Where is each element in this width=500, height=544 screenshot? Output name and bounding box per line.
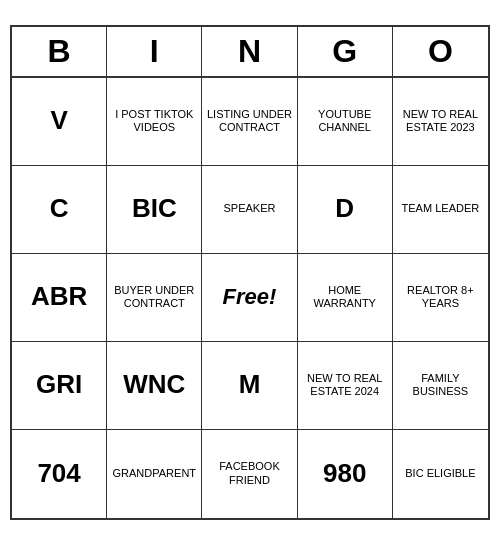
bingo-cell: BIC ELIGIBLE [393, 430, 488, 518]
bingo-cell: 704 [12, 430, 107, 518]
bingo-cell: V [12, 78, 107, 166]
bingo-cell: BIC [107, 166, 202, 254]
header-letter: N [202, 27, 297, 76]
bingo-cell: SPEAKER [202, 166, 297, 254]
bingo-cell: REALTOR 8+ YEARS [393, 254, 488, 342]
bingo-cell: NEW TO REAL ESTATE 2024 [298, 342, 393, 430]
bingo-cell: I POST TIKTOK VIDEOS [107, 78, 202, 166]
bingo-cell: 980 [298, 430, 393, 518]
bingo-cell: GRI [12, 342, 107, 430]
bingo-cell: Free! [202, 254, 297, 342]
bingo-cell: TEAM LEADER [393, 166, 488, 254]
bingo-grid: VI POST TIKTOK VIDEOSLISTING UNDER CONTR… [12, 78, 488, 518]
bingo-cell: D [298, 166, 393, 254]
bingo-cell: GRANDPARENT [107, 430, 202, 518]
bingo-card: BINGO VI POST TIKTOK VIDEOSLISTING UNDER… [10, 25, 490, 520]
header-letter: O [393, 27, 488, 76]
bingo-cell: WNC [107, 342, 202, 430]
bingo-cell: BUYER UNDER CONTRACT [107, 254, 202, 342]
bingo-cell: HOME WARRANTY [298, 254, 393, 342]
bingo-cell: C [12, 166, 107, 254]
bingo-cell: NEW TO REAL ESTATE 2023 [393, 78, 488, 166]
bingo-cell: YOUTUBE CHANNEL [298, 78, 393, 166]
bingo-cell: LISTING UNDER CONTRACT [202, 78, 297, 166]
header-letter: G [298, 27, 393, 76]
header-letter: B [12, 27, 107, 76]
bingo-cell: FAMILY BUSINESS [393, 342, 488, 430]
bingo-cell: ABR [12, 254, 107, 342]
header-letter: I [107, 27, 202, 76]
bingo-cell: FACEBOOK FRIEND [202, 430, 297, 518]
bingo-header: BINGO [12, 27, 488, 78]
bingo-cell: M [202, 342, 297, 430]
